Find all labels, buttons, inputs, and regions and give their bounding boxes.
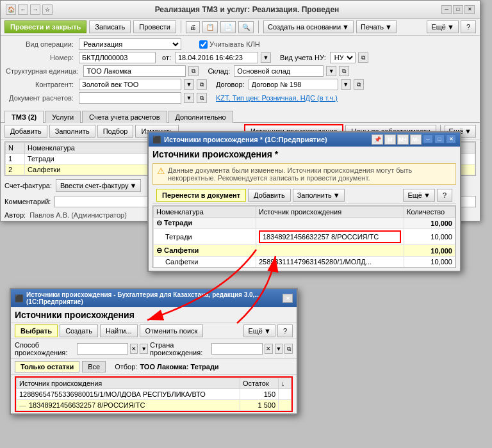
icon-btn2[interactable]: 📋	[202, 21, 218, 33]
transfer-btn[interactable]: Перенести в документ	[156, 189, 246, 202]
maximize-button[interactable]: □	[453, 5, 463, 14]
doc-btn1[interactable]: ▼	[184, 93, 194, 103]
doc-btn2[interactable]: ⧉	[197, 93, 207, 103]
modal2-close[interactable]: ✕	[283, 294, 293, 303]
save-button[interactable]: Записать	[89, 20, 131, 33]
label-op-type: Вид операции:	[6, 40, 76, 48]
modal1-more-btn[interactable]: Ещё ▼	[403, 189, 434, 202]
label-dogovor: Договор:	[216, 81, 245, 88]
print-button[interactable]: Печать ▼	[356, 20, 397, 33]
table-row[interactable]: Тетради 18348921456632257 8/РОССИЯ/ТС 10…	[154, 229, 455, 245]
sposob-clear[interactable]: ✕	[130, 344, 138, 354]
strana-copy[interactable]: ⧉	[284, 344, 293, 354]
dogovor-input[interactable]	[249, 79, 338, 90]
icon-btn1[interactable]: 🖨	[186, 21, 200, 33]
main-toolbar: Провести и закрыть Записать Провести 🖨 📋…	[1, 19, 480, 36]
modal2-icon: ⬛	[15, 294, 24, 303]
dogovor-btn1[interactable]: ▼	[341, 79, 351, 90]
modal2-create-btn[interactable]: Создать	[60, 324, 98, 337]
tab-scheta[interactable]: Счета учета расчетов	[82, 111, 167, 123]
modal2-toolbar: Выбрать Создать Найти... Отменить поиск …	[11, 323, 297, 339]
post-close-button[interactable]: Провести и закрыть	[4, 20, 86, 33]
list-item[interactable]: 12889654755336980015/1/МОЛДОВА РЕСПУБЛИК…	[17, 389, 291, 400]
table-row[interactable]: ⊖ Салфетки 10,000	[154, 245, 455, 257]
strana-input[interactable]	[211, 343, 263, 355]
label-sklad: Склад:	[208, 67, 230, 75]
doc-input[interactable]	[79, 92, 181, 104]
modal1-close[interactable]: ✕	[446, 134, 456, 143]
add-button[interactable]: Добавить	[4, 125, 47, 138]
modal1-controls: 📌 M M+ M- ─ □ ✕	[372, 134, 456, 145]
create-based-button[interactable]: Создать на основании ▼	[263, 20, 354, 33]
label-counterparty: Контрагент:	[6, 81, 76, 88]
sklad-input[interactable]	[234, 65, 324, 77]
cell-arrow	[279, 389, 291, 400]
star-icon[interactable]: ☆	[42, 4, 53, 15]
cell-qty: 10,000	[404, 245, 455, 257]
modal1-maximize[interactable]: □	[434, 134, 445, 143]
counterparty-btn2[interactable]: ⧉	[197, 79, 207, 90]
modal2-more-btn[interactable]: Ещё ▼	[243, 324, 275, 337]
учит-klн-checkbox[interactable]	[199, 40, 208, 49]
label-vid-ucheta: Вид учета НУ:	[280, 54, 326, 61]
dogovor-btn2[interactable]: ⧉	[354, 79, 364, 90]
post-button[interactable]: Провести	[133, 20, 176, 33]
tab-uslugi[interactable]: Услуги	[45, 111, 81, 123]
cell-qty: 150	[240, 389, 279, 400]
tab-dop[interactable]: Дополнительно	[168, 111, 233, 123]
table-row[interactable]: ⊖ Тетради 10,000	[154, 218, 455, 229]
modal2-select-btn[interactable]: Выбрать	[15, 324, 58, 337]
sklad-btn2[interactable]: ⧉	[339, 66, 349, 76]
counterparty-input[interactable]	[79, 79, 181, 90]
vid-ucheta-select[interactable]: НУ	[330, 52, 356, 63]
modal1-icon-btn4[interactable]: M-	[410, 134, 422, 145]
modal1-icon-btn2[interactable]: M	[384, 134, 396, 145]
op-type-select[interactable]: Реализация	[79, 38, 181, 50]
close-button[interactable]: ✕	[464, 5, 475, 14]
sposob-btn[interactable]: ▼	[140, 344, 148, 354]
modal2-cancel-search-btn[interactable]: Отменить поиск	[140, 324, 204, 337]
modal2-find-btn[interactable]: Найти...	[100, 324, 138, 337]
kzt-link[interactable]: KZT, Тип цен: Розничная, НДС (в т.ч.)	[216, 94, 338, 102]
forward-icon[interactable]: →	[30, 4, 40, 15]
date-input[interactable]	[175, 52, 258, 63]
tab-tmz[interactable]: ТМЗ (2)	[4, 111, 44, 123]
sklad-btn[interactable]: ▼	[326, 66, 336, 76]
vid-ucheta-btn[interactable]: ⧉	[358, 52, 368, 63]
sposob-input[interactable]	[77, 343, 128, 355]
modal1-add-btn[interactable]: Добавить	[248, 189, 291, 202]
modal1-window: ⬛ Источники происхождения * (1С:Предприя…	[147, 131, 461, 272]
more-button[interactable]: Ещё ▼	[427, 20, 458, 33]
modal1-help-btn[interactable]: ?	[437, 189, 452, 202]
back-icon[interactable]: ←	[18, 4, 28, 15]
cell-source: 18348921456632257 8/РОССИЯ/ТС	[256, 229, 404, 245]
schet-dropdown[interactable]: Ввести счет-фактуру ▼	[56, 179, 142, 192]
m2-col-source: Источник происхождения	[17, 378, 240, 389]
minimize-button[interactable]: ─	[441, 5, 452, 14]
struct-input[interactable]	[83, 65, 186, 77]
strana-clear[interactable]: ✕	[265, 344, 273, 354]
cell-source	[256, 218, 404, 229]
icon-btn3[interactable]: 📄	[220, 21, 236, 33]
tab-all[interactable]: Все	[82, 361, 106, 372]
help-button[interactable]: ?	[461, 20, 476, 33]
table-row[interactable]: Салфетки 25893311147963145280/1/МОЛД... …	[154, 257, 455, 268]
tab-only-remains[interactable]: Только остатки	[15, 361, 79, 372]
modal1-fill-btn[interactable]: Заполнить ▼	[293, 189, 345, 202]
icon-btn4[interactable]: 🔍	[238, 21, 254, 33]
modal1-icon-btn1[interactable]: 📌	[372, 134, 383, 145]
modal2-help-btn[interactable]: ?	[277, 324, 293, 337]
filter-label: Отбор:	[115, 363, 137, 371]
struct-btn[interactable]: ⧉	[188, 66, 199, 76]
warning-icon: ⚠	[157, 166, 165, 176]
home-icon[interactable]: 🏠	[6, 4, 16, 15]
list-item[interactable]: —18348921456632257 8/РОССИЯ/ТС 1 500	[17, 400, 291, 411]
date-picker-btn[interactable]: ▼	[261, 52, 271, 63]
counterparty-btn1[interactable]: ▼	[184, 79, 194, 90]
modal1-icon-btn3[interactable]: M+	[397, 134, 409, 145]
strana-btn[interactable]: ▼	[275, 344, 283, 354]
fill-button[interactable]: Заполнить	[49, 125, 95, 138]
modal1-minimize[interactable]: ─	[423, 134, 433, 143]
number-input[interactable]	[79, 52, 156, 63]
pick-button[interactable]: Подбор	[97, 125, 134, 138]
